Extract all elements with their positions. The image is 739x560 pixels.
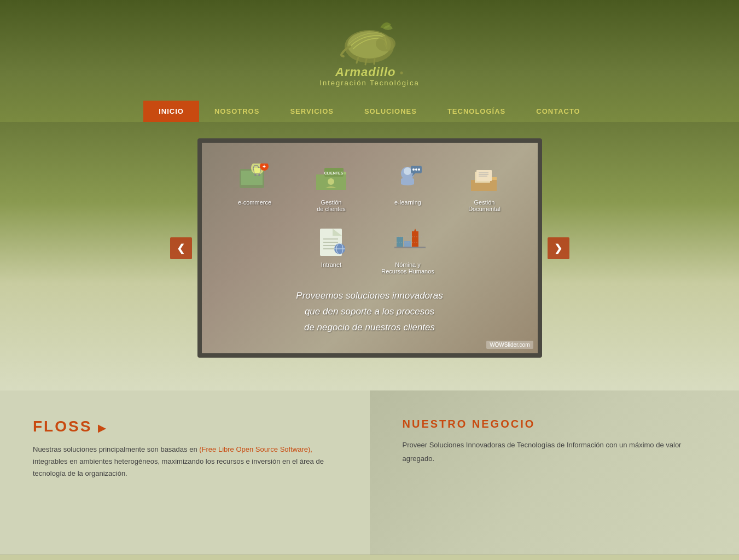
intranet-label: Intranet xyxy=(321,261,341,268)
tagline-line2: que den soporte a los procesos xyxy=(296,304,443,320)
elearning-label: e-learning xyxy=(394,199,421,206)
slider-wrapper: ❮ xyxy=(197,138,542,358)
nuestro-negocio-title: NUESTRO NEGOCIO xyxy=(403,418,707,430)
nav-item-tecnologias[interactable]: TECNOLOGÍAS xyxy=(432,101,521,122)
svg-point-20 xyxy=(415,168,417,171)
svg-line-4 xyxy=(365,59,366,65)
site-name: Armadillo • xyxy=(335,66,404,79)
slider-inner: + e-commerce xyxy=(202,143,538,353)
logo-container: Armadillo • Integración Tecnológica xyxy=(319,16,419,87)
logo-icon xyxy=(334,16,405,66)
nav-item-nosotros[interactable]: NOSOTROS xyxy=(199,101,275,122)
svg-point-17 xyxy=(404,167,411,175)
wowslider-badge: WOWSlider.com xyxy=(486,341,533,349)
clientes-label: Gestión de clientes xyxy=(317,199,346,212)
service-elearning: e-learning xyxy=(375,161,441,212)
svg-line-5 xyxy=(374,59,375,64)
documental-label: Gestión Documental xyxy=(468,199,501,212)
svg-rect-23 xyxy=(476,170,492,181)
elearning-icon xyxy=(386,161,430,196)
floss-section: FLOSS ▶ Nuestras soluciones principalmen… xyxy=(0,390,370,555)
slider-prev-button[interactable]: ❮ xyxy=(170,237,192,259)
svg-text:CLIENTES: CLIENTES xyxy=(324,171,344,175)
svg-point-21 xyxy=(418,168,420,171)
svg-text:+: + xyxy=(263,164,266,170)
intranet-icon xyxy=(310,223,353,259)
nomina-label: Nómina y Recursos Humanos xyxy=(381,261,434,275)
nuestro-negocio-text: Proveer Soluciones Innovadoras de Tecnol… xyxy=(403,439,707,465)
service-icons: + e-commerce xyxy=(213,155,527,280)
svg-point-9 xyxy=(254,174,257,176)
slider: + e-commerce xyxy=(197,138,542,358)
svg-rect-35 xyxy=(394,247,426,248)
site-footer: RIF J-29908529-4 / Copyright © Armadillo… xyxy=(0,555,739,560)
svg-rect-38 xyxy=(412,231,418,247)
floss-title: FLOSS ▶ xyxy=(33,418,337,435)
service-documental: Gestión Documental xyxy=(452,161,517,212)
svg-point-2 xyxy=(376,36,395,51)
floss-arrow: ▶ xyxy=(98,423,107,434)
svg-point-19 xyxy=(412,168,415,171)
site-header: Armadillo • Integración Tecnológica INIC… xyxy=(0,0,739,122)
nav-item-servicios[interactable]: SERVICIOS xyxy=(275,101,349,122)
documental-icon xyxy=(463,161,507,196)
svg-marker-39 xyxy=(414,229,417,232)
ecommerce-label: e-commerce xyxy=(238,199,271,206)
svg-point-10 xyxy=(258,174,260,176)
service-clientes: CLIENTES Gestión de clientes xyxy=(299,161,364,212)
ecommerce-icon: + xyxy=(233,161,277,196)
svg-rect-37 xyxy=(404,241,411,247)
nuestro-negocio-section: NUESTRO NEGOCIO Proveer Soluciones Innov… xyxy=(370,390,740,555)
tagline-line3: de negocio de nuestros clientes xyxy=(296,320,443,336)
floss-link[interactable]: (Free Libre Open Source Software), xyxy=(199,445,312,453)
tagline-line1: Proveemos soluciones innovadoras xyxy=(296,288,443,304)
main-nav: INICIO NOSOTROS SERVICIOS SOLUCIONES TEC… xyxy=(143,95,595,122)
svg-point-15 xyxy=(328,178,334,185)
nav-item-soluciones[interactable]: SOLUCIONES xyxy=(349,101,432,122)
nav-item-inicio[interactable]: INICIO xyxy=(143,101,199,122)
main-content: ❮ xyxy=(0,122,739,390)
slider-next-button[interactable]: ❯ xyxy=(548,237,569,259)
service-nomina: Nómina y Recursos Humanos xyxy=(375,223,441,275)
service-ecommerce: + e-commerce xyxy=(222,161,288,212)
slider-tagline: Proveemos soluciones innovadoras que den… xyxy=(285,283,453,341)
site-subtitle: Integración Tecnológica xyxy=(319,79,419,87)
clientes-icon: CLIENTES xyxy=(310,161,353,196)
service-intranet: Intranet xyxy=(299,223,364,275)
svg-rect-36 xyxy=(397,237,403,247)
floss-text: Nuestras soluciones principalmente son b… xyxy=(33,444,337,480)
nomina-icon xyxy=(386,223,430,259)
nav-item-contacto[interactable]: CONTACTO xyxy=(521,101,595,122)
bottom-wrapper: FLOSS ▶ Nuestras soluciones principalmen… xyxy=(0,390,739,555)
logo-area: Armadillo • Integración Tecnológica xyxy=(319,11,419,95)
